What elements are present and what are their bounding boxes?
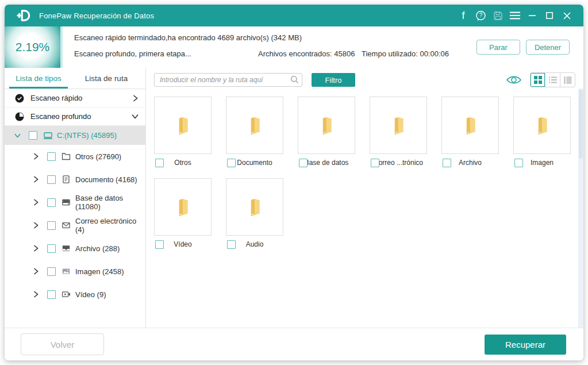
sidebar-item-drive-c[interactable]: C:(NTFS) (45895) bbox=[5, 126, 145, 145]
sidebar-item-correo-electronico[interactable]: Correo electrónico (4) bbox=[5, 214, 145, 237]
checkbox[interactable] bbox=[47, 152, 56, 161]
search-input[interactable] bbox=[154, 73, 302, 87]
checkbox[interactable] bbox=[47, 290, 56, 299]
checkbox[interactable] bbox=[29, 131, 37, 140]
folder-card[interactable] bbox=[154, 178, 212, 236]
folder-card-otros: Otros bbox=[154, 97, 212, 171]
checkbox[interactable] bbox=[371, 159, 379, 167]
view-toggle-group bbox=[530, 72, 575, 87]
folder-card-imagen: Imagen bbox=[513, 97, 571, 171]
chevron-right-icon[interactable] bbox=[32, 222, 39, 229]
checkbox[interactable] bbox=[227, 240, 236, 249]
back-button[interactable]: Volver bbox=[21, 333, 104, 355]
sidebar-item-label: Vídeo (9) bbox=[75, 290, 106, 299]
progress-header: 2.19% Escaneo rápido termindado,ha encon… bbox=[5, 26, 583, 68]
footer: Volver Recuperar bbox=[5, 328, 583, 360]
chevron-right-icon[interactable] bbox=[132, 95, 139, 102]
folder-icon bbox=[459, 114, 482, 137]
sidebar-item-video[interactable]: Vídeo (9) bbox=[5, 283, 145, 306]
column-view-button[interactable] bbox=[560, 73, 575, 87]
folder-card-archivo: Archivo bbox=[441, 97, 499, 171]
scan-status-line2: Escaneo profundo, primera etapa... bbox=[74, 49, 258, 58]
chevron-right-icon[interactable] bbox=[32, 268, 39, 275]
folder-card[interactable] bbox=[226, 97, 283, 154]
chevron-right-icon[interactable] bbox=[32, 199, 39, 206]
minimize-icon[interactable] bbox=[524, 8, 541, 23]
chevron-down-icon[interactable] bbox=[14, 132, 21, 139]
register-save-icon[interactable] bbox=[489, 8, 506, 23]
deep-scan-progress-icon bbox=[15, 112, 24, 121]
folder-label: Archivo bbox=[459, 159, 482, 167]
sidebar-item-label: Imagen (2458) bbox=[75, 267, 124, 276]
folder-icon bbox=[387, 114, 410, 137]
sidebar-item-escaneo-rapido[interactable]: Escaneo rápido bbox=[5, 89, 145, 107]
facebook-icon[interactable]: f bbox=[455, 8, 472, 23]
app-title: FonePaw Recuperación de Datos bbox=[39, 11, 154, 20]
folder-card[interactable] bbox=[154, 97, 212, 154]
sidebar-item-base-de-datos[interactable]: Base de datos (11080) bbox=[5, 191, 145, 214]
scrollbar-thumb[interactable] bbox=[579, 90, 583, 159]
database-icon bbox=[62, 198, 71, 207]
checkbox[interactable] bbox=[47, 244, 56, 253]
chevron-right-icon[interactable] bbox=[32, 153, 39, 160]
folder-icon bbox=[62, 152, 71, 161]
results-toolbar: Filtro bbox=[154, 72, 575, 87]
titlebar: FonePaw Recuperación de Datos f ? bbox=[5, 5, 583, 26]
sidebar-item-archivo[interactable]: Archivo (288) bbox=[5, 237, 145, 260]
chevron-right-icon[interactable] bbox=[32, 291, 39, 298]
checkbox[interactable] bbox=[155, 159, 164, 167]
preview-eye-icon[interactable] bbox=[506, 74, 522, 86]
folder-card-video: Vídeo bbox=[154, 178, 212, 253]
folder-card[interactable] bbox=[513, 97, 571, 154]
pause-button[interactable]: Parar bbox=[476, 40, 520, 55]
folder-card[interactable] bbox=[370, 97, 427, 154]
folder-card[interactable] bbox=[226, 178, 283, 236]
stop-button[interactable]: Detener bbox=[526, 40, 570, 55]
checkbox[interactable] bbox=[514, 159, 523, 167]
scan-tree: Escaneo rápido Escaneo profundo C:(NTFS)… bbox=[5, 89, 145, 328]
sidebar-item-imagen[interactable]: Imagen (2458) bbox=[5, 260, 145, 283]
folder-icon bbox=[243, 195, 266, 218]
sidebar-item-label: Escaneo profundo bbox=[30, 112, 132, 121]
sidebar-item-escaneo-profundo[interactable]: Escaneo profundo bbox=[5, 107, 145, 126]
help-icon[interactable]: ? bbox=[472, 8, 489, 23]
filter-button[interactable]: Filtro bbox=[312, 73, 355, 87]
image-icon bbox=[62, 267, 71, 276]
chevron-right-icon[interactable] bbox=[32, 245, 39, 252]
checkbox[interactable] bbox=[155, 240, 164, 249]
folder-icon bbox=[171, 114, 194, 137]
recover-button[interactable]: Recuperar bbox=[485, 335, 566, 355]
folder-card[interactable] bbox=[441, 97, 499, 154]
list-view-button[interactable] bbox=[545, 73, 560, 87]
results-panel: Filtro bbox=[146, 68, 583, 328]
scan-status: Escaneo rápido termindado,ha encontrado … bbox=[63, 26, 476, 68]
folder-label: Otros bbox=[174, 159, 191, 167]
maximize-icon[interactable] bbox=[541, 8, 558, 23]
tab-lista-de-ruta[interactable]: Lista de ruta bbox=[72, 68, 140, 89]
search-icon[interactable] bbox=[290, 75, 299, 84]
quick-scan-done-icon bbox=[15, 94, 24, 103]
document-icon bbox=[62, 175, 71, 184]
files-found-count: Archivos encontrados: 45806 bbox=[258, 49, 362, 58]
scrollbar[interactable] bbox=[578, 89, 583, 328]
sidebar-item-otros[interactable]: Otros (27690) bbox=[5, 145, 145, 168]
sidebar-item-label: Otros (27690) bbox=[75, 152, 121, 161]
checkbox[interactable] bbox=[47, 267, 56, 276]
tab-lista-de-tipos[interactable]: Lista de tipos bbox=[5, 68, 72, 89]
chevron-down-icon[interactable] bbox=[132, 113, 139, 120]
checkbox[interactable] bbox=[227, 159, 236, 167]
checkbox[interactable] bbox=[47, 175, 56, 184]
grid-view-button[interactable] bbox=[531, 73, 545, 87]
checkbox[interactable] bbox=[443, 159, 451, 167]
sidebar-item-documento[interactable]: Documento (4168) bbox=[5, 168, 145, 191]
checkbox[interactable] bbox=[299, 159, 308, 167]
progress-percent: 2.19% bbox=[16, 40, 50, 54]
folder-label: Correo ...trónico bbox=[374, 159, 423, 167]
folder-card[interactable] bbox=[298, 97, 355, 154]
video-icon bbox=[62, 290, 71, 299]
checkbox[interactable] bbox=[47, 221, 56, 230]
chevron-right-icon[interactable] bbox=[32, 176, 39, 183]
close-icon[interactable] bbox=[558, 8, 575, 23]
checkbox[interactable] bbox=[47, 198, 56, 207]
menu-icon[interactable] bbox=[506, 8, 524, 23]
